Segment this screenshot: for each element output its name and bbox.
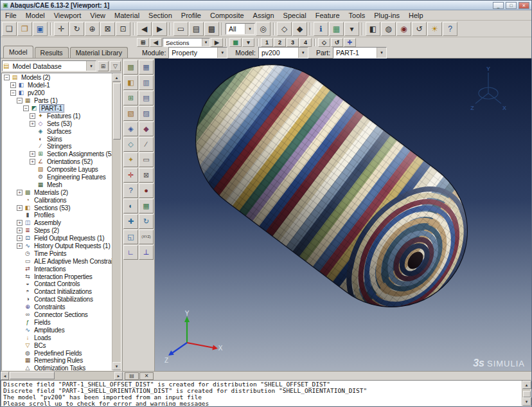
tree-item-section-assignments-53[interactable]: +⊞Section Assignments (53)	[2, 150, 112, 158]
scroll-up-icon[interactable]: ▴	[112, 73, 121, 82]
tree-item-time-points[interactable]: ◷Time Points	[2, 249, 112, 257]
tree-item-model-1[interactable]: +◧Model-1	[2, 82, 112, 89]
light-options-button[interactable]: ☀	[427, 22, 442, 36]
view-csys-button[interactable]: ✛	[344, 38, 356, 47]
tree-item-calibrations[interactable]: ◔Calibrations	[2, 196, 112, 204]
tree-item-remeshing-rules[interactable]: ▦Remeshing Rules	[2, 357, 112, 365]
collapse-icon[interactable]: −	[17, 98, 22, 104]
dropdown-arrow-icon[interactable]: ▾	[202, 39, 209, 46]
query-information-tool[interactable]: ?	[123, 183, 138, 198]
create-section-tool[interactable]: ◧	[123, 75, 138, 90]
scrollbar-thumb[interactable]	[523, 391, 531, 397]
composite-layup-manager-tool[interactable]: ▨	[139, 106, 154, 121]
minimize-button[interactable]: _	[493, 2, 504, 9]
tree-item-mesh[interactable]: ▦Mesh	[2, 181, 112, 188]
wireframe-render-button[interactable]: ▭	[173, 22, 188, 36]
section-list-previous-button[interactable]: ◀	[150, 38, 162, 47]
view-rotate-preset-button[interactable]: ↺	[331, 38, 343, 47]
tree-item-contact-controls[interactable]: ◒Contact Controls	[2, 280, 112, 288]
command-line-tab[interactable]: ✕	[139, 372, 154, 380]
tree-item-contact-stabilizations[interactable]: ◑Contact Stabilizations	[2, 296, 112, 303]
expand-icon[interactable]: +	[30, 121, 35, 127]
expand-icon[interactable]: +	[17, 228, 22, 233]
dropdown-arrow-icon[interactable]: ▾	[377, 48, 386, 58]
tree-item-predefined-fields[interactable]: ◍Predefined Fields	[2, 349, 112, 357]
assign-material-orientation-tool[interactable]: ◆	[139, 122, 154, 136]
menu-profile[interactable]: Profile	[177, 11, 206, 20]
menu-material[interactable]: Material	[110, 11, 144, 20]
fit-view-button[interactable]: ⊡	[116, 22, 130, 36]
expand-icon[interactable]: +	[30, 151, 35, 157]
tree-horizontal-scrollbar[interactable]: ◂ ▸	[1, 372, 123, 380]
model-database-combo[interactable]: ▤ Model Database ▾	[2, 60, 96, 71]
expand-tree-button[interactable]: ⊞	[98, 61, 109, 71]
scrollbar-thumb[interactable]	[10, 372, 55, 379]
assign-section-tool[interactable]: ⊞	[123, 91, 138, 105]
tree-item-part-1[interactable]: −◩PART-1	[2, 105, 112, 113]
dropdown-arrow-icon[interactable]: ▾	[298, 48, 308, 58]
tab-results[interactable]: Results	[35, 47, 69, 58]
tree-vertical-scrollbar[interactable]: ▴ ▾	[112, 73, 121, 370]
tree-item-profiles[interactable]: ▮Profiles	[2, 212, 112, 219]
assign-beam-orientation-tool[interactable]: ◈	[123, 122, 138, 136]
menu-special[interactable]: Special	[279, 11, 311, 20]
color-code-dropdown-button[interactable]: ▾	[242, 38, 254, 47]
menu-file[interactable]: File	[1, 11, 21, 20]
menu-help[interactable]: Help	[404, 11, 428, 20]
expand-icon[interactable]: +	[17, 220, 22, 226]
message-area-tab[interactable]: ▤	[125, 372, 139, 380]
refresh-view-button[interactable]: ↺	[412, 22, 427, 36]
create-field-output-button[interactable]: ⊞	[137, 38, 149, 47]
tree-item-models-2[interactable]: −▤Models (2)	[2, 74, 112, 82]
replace-display-group-button[interactable]: ◎	[256, 22, 270, 36]
create-material-tool[interactable]: ▩	[123, 60, 138, 75]
tab-model[interactable]: Model	[3, 46, 33, 58]
box-zoom-view-button[interactable]: ⊠	[100, 22, 115, 36]
menu-viewport[interactable]: Viewport	[49, 11, 86, 20]
perspective-on-button[interactable]: ◇	[277, 22, 292, 36]
tree-item-constraints[interactable]: ⊕Constraints	[2, 303, 112, 311]
dropdown-arrow-icon[interactable]: ▾	[245, 24, 254, 34]
tree-item-steps-2[interactable]: +≣Steps (2)	[2, 227, 112, 235]
tree-item-connector-sections[interactable]: ∞Connector Sections	[2, 311, 112, 319]
tree-item-orientations-52[interactable]: +∠Orientations (52)	[2, 158, 112, 166]
collapse-icon[interactable]: −	[4, 75, 10, 80]
expand-icon[interactable]: +	[17, 205, 22, 211]
datum-axes-tool[interactable]: ∟	[123, 245, 138, 260]
color-code-target-combo[interactable]: Sections▾	[163, 38, 210, 47]
expand-icon[interactable]: +	[30, 159, 35, 165]
tree-item-bcs[interactable]: ▽BCs	[2, 341, 112, 349]
menu-view[interactable]: View	[85, 11, 110, 20]
rotate-tool-tool[interactable]: ↻	[139, 214, 154, 229]
tree-item-pv200[interactable]: −◧pv200	[2, 89, 112, 97]
tree-item-interactions[interactable]: ⇄Interactions	[2, 265, 112, 273]
tree-item-materials-2[interactable]: +▩Materials (2)	[2, 188, 112, 196]
shaded-render-button[interactable]: ▩	[204, 22, 219, 36]
display-group-manager-button[interactable]: ◍	[381, 22, 396, 36]
view-back-button[interactable]: 2	[274, 38, 286, 47]
scrollbar-track[interactable]	[9, 372, 114, 380]
tree-item-skins[interactable]: ◐Skins	[2, 135, 112, 143]
previous-view-button[interactable]: ◀	[137, 22, 152, 36]
section-list-next-button[interactable]: ▶	[211, 38, 223, 47]
tree-item-engineering-features[interactable]: ⚙Engineering Features	[2, 174, 112, 181]
new-model-database-button[interactable]: ❏	[2, 22, 17, 36]
tree-item-sets-53[interactable]: +◇Sets (53)	[2, 120, 112, 127]
tree-item-surfaces[interactable]: ◈Surfaces	[2, 127, 112, 135]
open-model-database-button[interactable]: ❐	[17, 22, 32, 36]
scale-tool-tool[interactable]: ◱	[123, 230, 138, 244]
color-code-options-button[interactable]: ▾	[344, 22, 359, 36]
tree-item-assembly[interactable]: +◫Assembly	[2, 219, 112, 227]
menu-model[interactable]: Model	[21, 11, 49, 20]
message-vertical-scrollbar[interactable]: ▴ ▾	[522, 381, 531, 406]
next-view-button[interactable]: ▶	[152, 22, 167, 36]
pan-view-button[interactable]: ✛	[54, 22, 69, 36]
tree-item-contact-initializations[interactable]: ◓Contact Initializations	[2, 288, 112, 296]
dropdown-arrow-icon[interactable]: ▾	[86, 61, 96, 71]
tree-filter-button[interactable]: ▽	[110, 61, 121, 71]
collapse-icon[interactable]: −	[23, 105, 29, 111]
expand-icon[interactable]: +	[17, 235, 22, 241]
scrollbar-thumb[interactable]	[113, 83, 121, 140]
tree-item-field-output-requests-1[interactable]: +⊡Field Output Requests (1)	[2, 235, 112, 242]
menu-assign[interactable]: Assign	[249, 11, 279, 20]
